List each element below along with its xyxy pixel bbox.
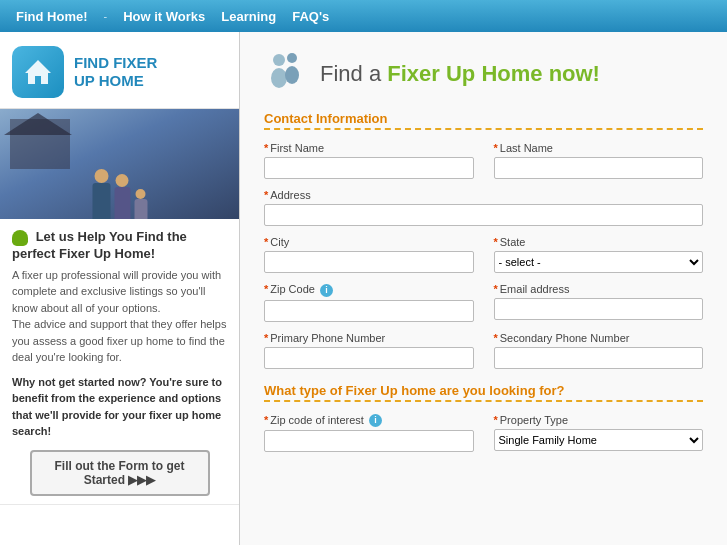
zip-info-icon[interactable]: i <box>320 284 333 297</box>
nav-bar: Find Home! - How it Works Learning FAQ's <box>0 0 727 32</box>
logo-icon <box>12 46 64 98</box>
first-name-group: *First Name <box>264 142 474 179</box>
primary-phone-input[interactable] <box>264 347 474 369</box>
city-state-row: *City *State - select -ALAKAZARCACOCTDEF… <box>264 236 703 273</box>
primary-phone-group: *Primary Phone Number <box>264 332 474 369</box>
svg-point-1 <box>273 54 285 66</box>
property-section: What type of Fixer Up home are you looki… <box>264 383 703 453</box>
city-input[interactable] <box>264 251 474 273</box>
first-name-input[interactable] <box>264 157 474 179</box>
section2-title: What type of Fixer Up home are you looki… <box>264 383 703 398</box>
zip-interest-label: *Zip code of interest i <box>264 414 474 428</box>
tagline-title: Let us Help You Find the perfect Fixer U… <box>12 229 227 261</box>
city-label: *City <box>264 236 474 248</box>
secondary-phone-label: *Secondary Phone Number <box>494 332 704 344</box>
svg-point-2 <box>271 68 287 88</box>
state-label: *State <box>494 236 704 248</box>
address-label: *Address <box>264 189 703 201</box>
primary-phone-label: *Primary Phone Number <box>264 332 474 344</box>
people-icon <box>264 50 308 97</box>
zip-property-row: *Zip code of interest i *Property Type S… <box>264 414 703 453</box>
zip-interest-info-icon[interactable]: i <box>369 414 382 427</box>
last-name-input[interactable] <box>494 157 704 179</box>
section1-title: Contact Information <box>264 111 703 126</box>
email-group: *Email address <box>494 283 704 322</box>
cta-button[interactable]: Fill out the Form to get Started ▶▶▶ <box>30 450 210 496</box>
tagline-bold: Why not get started now? You're sure to … <box>12 374 227 440</box>
address-group: *Address <box>264 189 703 226</box>
address-row: *Address <box>264 189 703 226</box>
content-area: Find a Fixer Up Home now! Contact Inform… <box>240 32 727 545</box>
secondary-phone-group: *Secondary Phone Number <box>494 332 704 369</box>
sidebar-tagline: Let us Help You Find the perfect Fixer U… <box>0 219 239 505</box>
property-type-select[interactable]: Single Family HomeCondoTownhouseMulti-Fa… <box>494 429 704 451</box>
nav-faqs[interactable]: FAQ's <box>292 9 329 24</box>
sidebar: FIND FIXER UP HOME <box>0 32 240 545</box>
secondary-phone-input[interactable] <box>494 347 704 369</box>
zip-email-row: *Zip Code i *Email address <box>264 283 703 322</box>
page-header: Find a Fixer Up Home now! <box>264 50 703 97</box>
nav-find-home[interactable]: Find Home! <box>16 9 88 24</box>
zip-label: *Zip Code i <box>264 283 474 297</box>
svg-marker-0 <box>25 60 51 84</box>
address-input[interactable] <box>264 204 703 226</box>
last-name-label: *Last Name <box>494 142 704 154</box>
property-type-group: *Property Type Single Family HomeCondoTo… <box>494 414 704 453</box>
nav-sep: - <box>104 10 108 22</box>
page-heading: Find a Fixer Up Home now! <box>320 61 600 87</box>
tagline-body: A fixer up professional will provide you… <box>12 267 227 366</box>
zip-input[interactable] <box>264 300 474 322</box>
state-group: *State - select -ALAKAZARCACOCTDEFLGAHII… <box>494 236 704 273</box>
zip-group: *Zip Code i <box>264 283 474 322</box>
logo-area: FIND FIXER UP HOME <box>0 32 239 109</box>
email-input[interactable] <box>494 298 704 320</box>
svg-point-3 <box>287 53 297 63</box>
nav-learning[interactable]: Learning <box>221 9 276 24</box>
contact-section: Contact Information *First Name *Last Na… <box>264 111 703 369</box>
nav-how-it-works[interactable]: How it Works <box>123 9 205 24</box>
name-row: *First Name *Last Name <box>264 142 703 179</box>
zip-interest-input[interactable] <box>264 430 474 452</box>
svg-point-4 <box>285 66 299 84</box>
email-label: *Email address <box>494 283 704 295</box>
phone-row: *Primary Phone Number *Secondary Phone N… <box>264 332 703 369</box>
section2-divider <box>264 400 703 402</box>
city-group: *City <box>264 236 474 273</box>
logo-text: FIND FIXER UP HOME <box>74 54 157 90</box>
section1-divider <box>264 128 703 130</box>
last-name-group: *Last Name <box>494 142 704 179</box>
zip-interest-group: *Zip code of interest i <box>264 414 474 453</box>
main-layout: FIND FIXER UP HOME <box>0 32 727 545</box>
state-select[interactable]: - select -ALAKAZARCACOCTDEFLGAHIIDILINIA… <box>494 251 704 273</box>
property-type-label: *Property Type <box>494 414 704 426</box>
sidebar-photo <box>0 109 239 219</box>
first-name-label: *First Name <box>264 142 474 154</box>
